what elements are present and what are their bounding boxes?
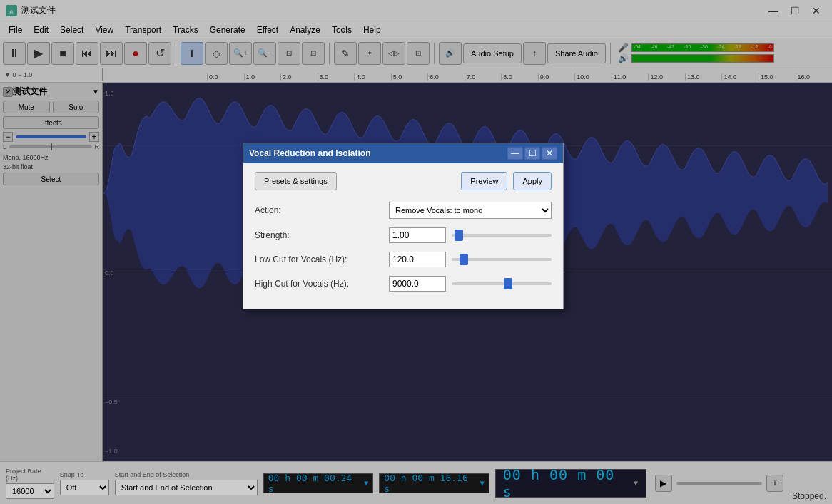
separator-2 bbox=[329, 43, 330, 64]
gain-row: − + bbox=[3, 132, 99, 142]
zoom-in-button[interactable]: 🔍+ bbox=[229, 42, 252, 65]
start-time-display[interactable]: 00 h 00 m 00.24 s ▼ bbox=[263, 473, 374, 493]
modal-maximize-button[interactable]: ☐ bbox=[524, 147, 540, 160]
project-rate-group: Project Rate (Hz) 16000 44100 48000 bbox=[6, 468, 54, 499]
menu-effect[interactable]: Effect bbox=[251, 21, 284, 38]
volume-button[interactable]: 🔊 bbox=[439, 42, 462, 65]
skip-fwd-button[interactable]: ⏭ bbox=[100, 42, 123, 65]
strength-slider-thumb[interactable] bbox=[455, 230, 463, 241]
share-upload-button[interactable]: ↑ bbox=[523, 42, 546, 65]
gain-slider[interactable] bbox=[16, 135, 86, 138]
playback-position-slider[interactable] bbox=[676, 482, 762, 485]
speaker-icon: 🔊 bbox=[618, 53, 629, 63]
menu-view[interactable]: View bbox=[89, 21, 119, 38]
separator-3 bbox=[434, 43, 435, 64]
modal-toolbar-spacer bbox=[343, 172, 456, 190]
zoom-sel-button[interactable]: ⊟ bbox=[302, 42, 325, 65]
track-dropdown-button[interactable]: ▼ bbox=[92, 88, 99, 96]
modal-controls: — ☐ ✕ bbox=[507, 147, 557, 160]
action-select[interactable]: Remove Vocals: to mono Isolate Vocals: t… bbox=[389, 202, 552, 219]
lowcut-slider[interactable] bbox=[452, 258, 552, 261]
gain-plus-button[interactable]: + bbox=[89, 132, 99, 142]
fit-button[interactable]: ⊡ bbox=[278, 42, 300, 65]
lowcut-row: Low Cut for Vocals (Hz): bbox=[255, 252, 552, 267]
highcut-row: High Cut for Vocals (Hz): bbox=[255, 276, 552, 292]
loop-button[interactable]: ↺ bbox=[148, 42, 171, 65]
track-info-mono: Mono, 16000Hz bbox=[3, 153, 99, 163]
pb-plus-button[interactable]: + bbox=[766, 475, 783, 492]
lowcut-input[interactable] bbox=[389, 252, 446, 267]
modal-close-button[interactable]: ✕ bbox=[542, 147, 557, 160]
skip-back-button[interactable]: ⏮ bbox=[76, 42, 98, 65]
menu-select[interactable]: Select bbox=[54, 21, 89, 38]
highcut-input[interactable] bbox=[389, 276, 446, 292]
ruler-mark: 3.0 bbox=[318, 73, 355, 81]
close-button[interactable]: ✕ bbox=[806, 3, 826, 19]
draw-tool-button[interactable]: ✎ bbox=[334, 42, 357, 65]
modal-title: Vocal Reduction and Isolation bbox=[249, 148, 370, 158]
effects-button[interactable]: Effects bbox=[3, 116, 99, 129]
menu-generate[interactable]: Generate bbox=[204, 21, 251, 38]
preview-button[interactable]: Preview bbox=[461, 172, 507, 190]
highcut-slider-thumb[interactable] bbox=[504, 278, 512, 289]
menu-file[interactable]: File bbox=[3, 21, 28, 38]
pan-slider[interactable] bbox=[9, 145, 91, 148]
modal-minimize-button[interactable]: — bbox=[507, 147, 523, 160]
ruler-mark: 7.0 bbox=[465, 73, 502, 81]
gain-minus-button[interactable]: − bbox=[3, 132, 13, 142]
snap-to-select[interactable]: Off Nearest bbox=[60, 480, 109, 495]
time-dropdown-icon[interactable]: ▼ bbox=[634, 479, 639, 487]
presets-settings-button[interactable]: Presets & settings bbox=[255, 172, 337, 190]
track-header: ✕ 测试文件 ▼ bbox=[3, 86, 99, 98]
selection-tool-button[interactable]: I bbox=[181, 42, 203, 65]
record-button[interactable]: ● bbox=[124, 42, 147, 65]
menu-analyze[interactable]: Analyze bbox=[284, 21, 326, 38]
stop-button[interactable]: ■ bbox=[51, 42, 74, 65]
project-rate-select[interactable]: 16000 44100 48000 bbox=[6, 483, 54, 499]
maximize-button[interactable]: ☐ bbox=[785, 3, 805, 19]
pan-r-label: R bbox=[95, 143, 100, 150]
project-rate-label: Project Rate (Hz) bbox=[6, 468, 54, 482]
main-time-value: 00 h 00 m 00 s bbox=[503, 466, 631, 500]
pause-button[interactable]: ⏸ bbox=[3, 42, 26, 65]
envelope-tool-button[interactable]: ◇ bbox=[205, 42, 228, 65]
apply-button[interactable]: Apply bbox=[513, 172, 552, 190]
menu-tools[interactable]: Tools bbox=[326, 21, 357, 38]
start-time-dropdown-icon[interactable]: ▼ bbox=[364, 479, 368, 487]
selection-dropdown[interactable]: Start and End of Selection Start and Len… bbox=[115, 480, 258, 495]
pan-l-label: L bbox=[3, 143, 6, 150]
pb-play-button[interactable]: ▶ bbox=[655, 475, 672, 492]
end-time-dropdown-icon[interactable]: ▼ bbox=[480, 479, 485, 487]
svg-text:0.0: 0.0 bbox=[105, 269, 114, 277]
track-close-button[interactable]: ✕ bbox=[3, 87, 13, 97]
start-time-value: 00 h 00 m 00.24 s bbox=[268, 473, 361, 494]
zoom-out-button[interactable]: 🔍− bbox=[253, 42, 276, 65]
audio-setup-button[interactable]: Audio Setup bbox=[463, 43, 522, 63]
track-buttons: Mute Solo bbox=[3, 101, 99, 113]
lowcut-label: Low Cut for Vocals (Hz): bbox=[255, 254, 383, 264]
menu-transport[interactable]: Transport bbox=[119, 21, 167, 38]
multi-tool-button[interactable]: ✦ bbox=[358, 42, 381, 65]
app-icon: A bbox=[6, 5, 17, 16]
lowcut-slider-thumb[interactable] bbox=[460, 254, 468, 265]
play-button[interactable]: ▶ bbox=[27, 42, 50, 65]
ruler-mark: 16.0 bbox=[796, 73, 833, 81]
titlebar: A 测试文件 — ☐ ✕ bbox=[0, 0, 832, 21]
solo-button[interactable]: Solo bbox=[53, 101, 100, 113]
end-time-display[interactable]: 00 h 00 m 16.16 s ▼ bbox=[379, 473, 489, 493]
menu-tracks[interactable]: Tracks bbox=[167, 21, 204, 38]
ruler-mark: 4.0 bbox=[354, 73, 391, 81]
select-button[interactable]: Select bbox=[3, 173, 99, 185]
strength-slider[interactable] bbox=[452, 234, 552, 237]
mute-button[interactable]: Mute bbox=[3, 101, 50, 113]
highcut-slider[interactable] bbox=[452, 282, 552, 285]
silence-tool-button[interactable]: ⊡ bbox=[407, 42, 430, 65]
app-title: 测试文件 bbox=[21, 4, 56, 16]
menu-help[interactable]: Help bbox=[357, 21, 387, 38]
share-audio-button[interactable]: Share Audio bbox=[547, 43, 606, 63]
minimize-button[interactable]: — bbox=[763, 3, 783, 19]
menu-edit[interactable]: Edit bbox=[28, 21, 54, 38]
ruler-mark: 8.0 bbox=[501, 73, 538, 81]
strength-input[interactable] bbox=[389, 227, 446, 243]
trim-tool-button[interactable]: ◁▷ bbox=[382, 42, 405, 65]
